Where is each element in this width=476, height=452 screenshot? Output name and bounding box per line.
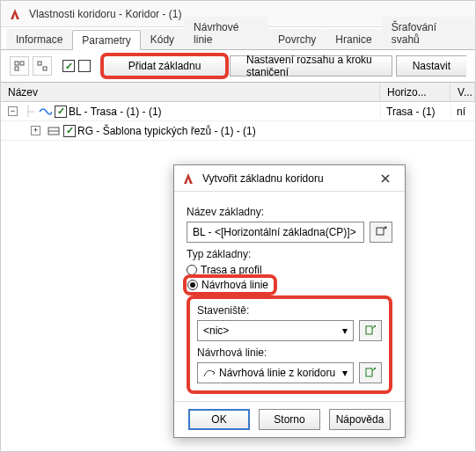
expander-icon[interactable]: + [31, 126, 40, 135]
tab-parametry[interactable]: Parametry [72, 30, 140, 50]
svg-point-10 [374, 325, 376, 327]
create-baseline-dialog: Vytvořit základnu koridoru Název základn… [173, 164, 406, 438]
cancel-button[interactable]: Storno [259, 409, 320, 430]
feature-line-label: Návrhová linie: [197, 346, 382, 359]
column-horiz[interactable]: Horizo... [380, 83, 450, 101]
column-name[interactable]: Název [1, 83, 380, 101]
tab-navrhove-linie[interactable]: Návrhové linie [184, 17, 268, 49]
radio-icon [187, 280, 198, 290]
chevron-down-icon: ▾ [342, 367, 348, 379]
tree-connector-icon [21, 106, 35, 118]
svg-point-12 [374, 368, 376, 369]
grid-row[interactable]: − BL - Trasa - (1) - (1) Trasa - (1) ní [1, 102, 475, 121]
baseline-grid: Název Horizo... V... − BL - Trasa - (1) … [1, 82, 475, 141]
collapse-all-button[interactable] [33, 56, 52, 76]
row-label: RG - Šablona typických řezů - (1) - (1) [76, 125, 380, 137]
grid-header: Název Horizo... V... [1, 83, 475, 102]
window-title: Vlastnosti koridoru - Koridor - (1) [29, 8, 181, 20]
name-template-button[interactable] [370, 222, 392, 243]
pick-site-button[interactable] [359, 320, 382, 341]
radio-route-profile[interactable]: Trasa a profil [187, 264, 392, 276]
svg-rect-5 [43, 67, 47, 70]
svg-rect-1 [15, 62, 18, 65]
svg-marker-7 [184, 173, 193, 184]
pick-feature-line-button[interactable] [359, 362, 382, 383]
row-vert: ní [450, 106, 475, 118]
svg-rect-3 [15, 67, 18, 70]
type-label: Typ základny: [187, 248, 392, 260]
name-label: Název základny: [187, 206, 392, 218]
svg-rect-8 [377, 228, 384, 235]
grid-row[interactable]: + RG - Šablona typických řezů - (1) - (1… [1, 121, 475, 141]
baseline-name-input[interactable] [187, 222, 364, 243]
tab-hranice[interactable]: Hranice [326, 29, 381, 49]
app-icon [181, 171, 195, 186]
tab-srafovani[interactable]: Šrafování svahů [382, 17, 475, 49]
svg-rect-2 [20, 62, 24, 65]
set-button-partial[interactable]: Nastavit [396, 55, 466, 77]
svg-rect-4 [38, 62, 41, 65]
row-horiz: Trasa - (1) [380, 106, 450, 118]
chevron-down-icon: ▾ [342, 324, 348, 337]
add-baseline-button[interactable]: Přidat základnu [103, 55, 226, 77]
tab-strip: Informace Parametry Kódy Návrhové linie … [1, 27, 475, 50]
checkbox-all-on[interactable] [62, 60, 75, 72]
feature-line-group: Staveniště: <nic> ▾ Návrhová linie: [187, 295, 392, 394]
pick-icon [375, 226, 387, 238]
ok-button[interactable]: OK [188, 409, 250, 430]
app-icon [8, 7, 22, 21]
tab-kody[interactable]: Kódy [141, 29, 184, 49]
radio-feature-line[interactable]: Návrhová linie [187, 278, 274, 292]
expander-icon[interactable]: − [8, 106, 18, 116]
expand-all-button[interactable] [10, 56, 29, 76]
column-vert[interactable]: V... [450, 83, 475, 101]
dialog-footer: OK Storno Nápověda [174, 401, 405, 437]
site-label: Staveniště: [197, 304, 382, 317]
pick-icon [364, 324, 377, 337]
radio-icon [187, 265, 197, 275]
dialog-title: Vytvořit základnu koridoru [202, 172, 324, 185]
site-select[interactable]: <nic> ▾ [197, 320, 354, 341]
svg-rect-9 [366, 326, 372, 334]
tab-povrchy[interactable]: Povrchy [268, 29, 326, 49]
row-checkbox[interactable] [63, 125, 76, 137]
help-button[interactable]: Nápověda [329, 409, 391, 430]
set-range-button[interactable]: Nastavení rozsahu a kroku staničení [230, 55, 392, 77]
close-button[interactable] [373, 169, 398, 188]
svg-marker-0 [11, 9, 19, 19]
feature-line-select[interactable]: Návrhová linie z koridoru ▾ [197, 362, 354, 383]
tab-informace[interactable]: Informace [6, 29, 72, 49]
close-icon [380, 173, 391, 184]
pick-icon [364, 367, 377, 379]
row-checkbox[interactable] [55, 106, 67, 118]
dialog-title-bar[interactable]: Vytvořit základnu koridoru [174, 165, 405, 192]
checkbox-all-off[interactable] [78, 60, 91, 72]
svg-rect-11 [366, 368, 372, 376]
row-label: BL - Trasa - (1) - (1) [67, 106, 380, 118]
template-icon [47, 124, 61, 138]
toolbar: Přidat základnu Nastavení rozsahu a krok… [1, 50, 475, 82]
baseline-icon [38, 105, 52, 119]
feature-line-item-icon [203, 368, 216, 378]
